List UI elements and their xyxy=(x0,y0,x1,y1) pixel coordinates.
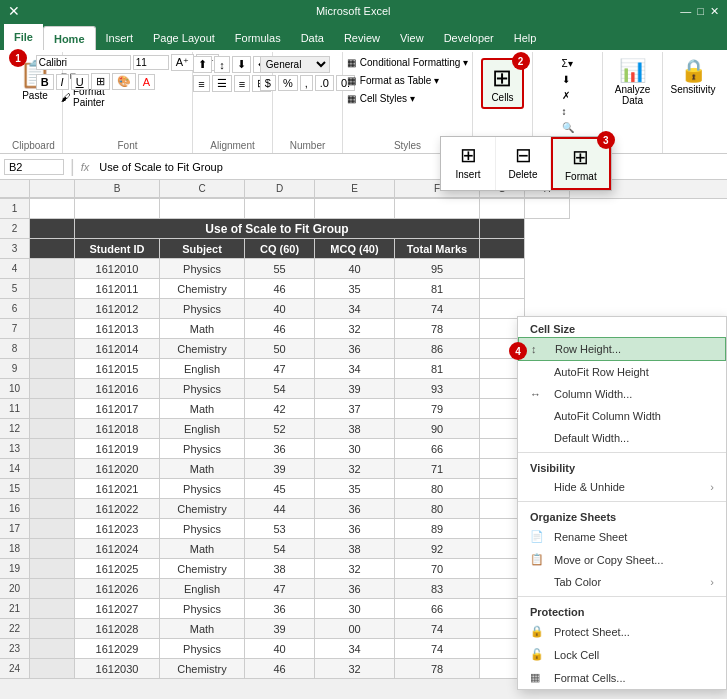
comma-button[interactable]: , xyxy=(300,75,313,91)
insert-icon: ⊞ xyxy=(460,143,477,167)
rename-sheet-item[interactable]: 📄 Rename Sheet xyxy=(518,525,726,548)
currency-button[interactable]: $ xyxy=(260,75,276,91)
autofit-row-item[interactable]: AutoFit Row Height xyxy=(518,361,726,383)
increase-decimal-button[interactable]: .0 xyxy=(315,75,334,91)
cell-e1[interactable] xyxy=(315,199,395,219)
increase-font-button[interactable]: A⁺ xyxy=(171,54,194,71)
font-color-button[interactable]: A xyxy=(138,74,155,90)
cell-a1[interactable] xyxy=(30,199,75,219)
maximize-icon[interactable]: □ xyxy=(697,5,704,18)
tab-developer[interactable]: Developer xyxy=(434,26,504,50)
cell-d1[interactable] xyxy=(245,199,315,219)
font-group-label: Font xyxy=(117,140,137,151)
align-bottom-button[interactable]: ⬇ xyxy=(232,56,251,73)
cell-d3-header[interactable]: CQ (60) xyxy=(245,239,315,259)
name-box[interactable] xyxy=(4,159,64,175)
align-center-button[interactable]: ☰ xyxy=(212,75,232,92)
align-middle-button[interactable]: ↕ xyxy=(214,56,230,73)
cell-g1[interactable] xyxy=(480,199,525,219)
format-icon: ⊞ xyxy=(572,145,589,169)
percent-button[interactable]: % xyxy=(278,75,298,91)
row-4: 41612010Physics554095 xyxy=(0,259,727,279)
hide-unhide-item[interactable]: Hide & Unhide › xyxy=(518,476,726,498)
cell-c1[interactable] xyxy=(160,199,245,219)
tab-data[interactable]: Data xyxy=(291,26,334,50)
font-size-input[interactable] xyxy=(133,55,169,70)
column-width-item[interactable]: ↔ Column Width... xyxy=(518,383,726,405)
find-select-button[interactable]: 🔍 xyxy=(558,120,578,135)
delete-cells-button[interactable]: ⊟ Delete xyxy=(496,137,551,190)
bold-button[interactable]: B xyxy=(36,74,54,90)
cell-f1[interactable] xyxy=(395,199,480,219)
cells-button[interactable]: 2 ⊞ Cells xyxy=(481,58,523,109)
cell-styles-button[interactable]: ▦ Cell Styles ▾ xyxy=(342,90,473,107)
tab-file[interactable]: File xyxy=(4,24,43,50)
col-header-a[interactable] xyxy=(30,180,75,198)
col-header-e[interactable]: E xyxy=(315,180,395,198)
tab-page-layout[interactable]: Page Layout xyxy=(143,26,225,50)
align-right-button[interactable]: ≡ xyxy=(234,75,250,92)
insert-cells-button[interactable]: ⊞ Insert xyxy=(441,137,496,190)
alignment-group-label: Alignment xyxy=(210,140,254,151)
autofit-col-item[interactable]: AutoFit Column Width xyxy=(518,405,726,427)
underline-button[interactable]: U xyxy=(71,74,89,90)
tab-insert[interactable]: Insert xyxy=(96,26,144,50)
sensitivity-icon: 🔒 xyxy=(680,58,707,84)
cell-b3-header[interactable]: Student ID xyxy=(75,239,160,259)
data-row-2: 2 Use of Scale to Fit Group xyxy=(0,219,727,239)
badge-4: 4 xyxy=(509,342,527,360)
col-header-b[interactable]: B xyxy=(75,180,160,198)
format-cells-button[interactable]: 3 ⊞ Format xyxy=(551,137,611,190)
tab-home[interactable]: Home xyxy=(43,26,96,50)
default-width-item[interactable]: Default Width... xyxy=(518,427,726,449)
formula-input[interactable] xyxy=(95,160,723,174)
italic-button[interactable]: I xyxy=(56,74,69,90)
fill-button[interactable]: ⬇ xyxy=(558,72,578,87)
cell-f3-header[interactable]: Total Marks xyxy=(395,239,480,259)
badge-1: 1 xyxy=(9,49,27,67)
move-copy-item[interactable]: 📋 Move or Copy Sheet... xyxy=(518,548,726,571)
col-header-d[interactable]: D xyxy=(245,180,315,198)
cell-c3-header[interactable]: Subject xyxy=(160,239,245,259)
minimize-icon[interactable]: — xyxy=(680,5,691,18)
format-cells-item[interactable]: ▦ Format Cells... xyxy=(518,666,726,689)
conditional-formatting-button[interactable]: ▦ Conditional Formatting ▾ xyxy=(342,54,473,71)
number-format-select[interactable]: General xyxy=(260,56,330,73)
sum-button[interactable]: Σ▾ xyxy=(558,56,578,71)
tab-review[interactable]: Review xyxy=(334,26,390,50)
cell-g2[interactable] xyxy=(480,219,525,239)
formula-fx-icon: fx xyxy=(81,161,90,173)
align-left-button[interactable]: ≡ xyxy=(193,75,209,92)
delete-icon: ⊟ xyxy=(515,143,532,167)
fill-color-button[interactable]: 🎨 xyxy=(112,73,136,90)
close-icon[interactable]: ✕ xyxy=(710,5,719,18)
col-header-c[interactable]: C xyxy=(160,180,245,198)
cell-e3-header[interactable]: MCQ (40) xyxy=(315,239,395,259)
sensitivity-button[interactable]: 🔒 Sensitivity xyxy=(665,54,722,99)
title-text: Microsoft Excel xyxy=(26,5,680,17)
cell-g3[interactable] xyxy=(480,239,525,259)
analyze-data-button[interactable]: 📊 Analyze Data xyxy=(609,54,657,110)
protect-sheet-item[interactable]: 🔒 Protect Sheet... xyxy=(518,620,726,643)
find-icon: 🔍 xyxy=(562,122,574,133)
tab-help[interactable]: Help xyxy=(504,26,547,50)
cell-a3[interactable] xyxy=(30,239,75,259)
cell-h1[interactable] xyxy=(525,199,570,219)
font-name-select[interactable] xyxy=(36,55,131,70)
fill-icon: ⬇ xyxy=(562,74,570,85)
cell-a2[interactable] xyxy=(30,219,75,239)
border-button[interactable]: ⊞ xyxy=(91,73,110,90)
tab-view[interactable]: View xyxy=(390,26,434,50)
cell-title[interactable]: Use of Scale to Fit Group xyxy=(75,219,480,239)
tab-color-item[interactable]: Tab Color › xyxy=(518,571,726,593)
align-top-button[interactable]: ⬆ xyxy=(193,56,212,73)
sort-filter-button[interactable]: ↕ xyxy=(558,104,578,119)
tab-formulas[interactable]: Formulas xyxy=(225,26,291,50)
row-height-item[interactable]: 4 ↕ Row Height... xyxy=(518,337,726,361)
cell-b1[interactable] xyxy=(75,199,160,219)
row-height-label: Row Height... xyxy=(555,343,621,355)
lock-cell-item[interactable]: 🔓 Lock Cell xyxy=(518,643,726,666)
format-as-table-button[interactable]: ▦ Format as Table ▾ xyxy=(342,72,473,89)
data-row-3: 3 Student ID Subject CQ (60) MCQ (40) To… xyxy=(0,239,727,259)
clear-button[interactable]: ✗ xyxy=(558,88,578,103)
